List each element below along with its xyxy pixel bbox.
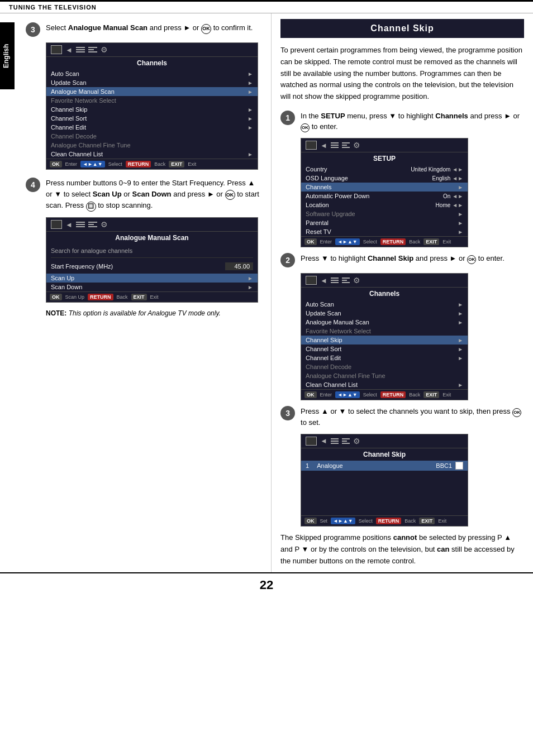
channel-name: BBC1 bbox=[436, 462, 452, 469]
tv-menu-row-scanup: Scan Up► bbox=[46, 274, 258, 283]
tv-menu-row-channeldecode-1: Channel Decode bbox=[46, 132, 258, 141]
tv-menu-row-analoguems-2: Analogue Manual Scan► bbox=[301, 318, 468, 327]
tv-icons-1: ◄ ⚙ bbox=[51, 45, 108, 54]
channel-list-spacer bbox=[301, 471, 468, 515]
footer-ok-setup: OK bbox=[304, 238, 317, 245]
tv-menu-title-csl: Channel Skip bbox=[301, 448, 468, 461]
step-4-circle: 4 bbox=[26, 178, 40, 192]
tv-menu-header-2: ◄ ⚙ bbox=[46, 218, 258, 232]
skipped-note: The Skipped programme positions cannot b… bbox=[280, 532, 524, 567]
note-box: NOTE: This option is available for Analo… bbox=[46, 309, 262, 317]
page-header: TUNING THE TELEVISION bbox=[0, 0, 533, 13]
tv-menu-row-updatescan: Update Scan► bbox=[46, 78, 258, 87]
step-3-circle: 3 bbox=[26, 22, 40, 37]
tv-icon-gear-setup: ⚙ bbox=[353, 141, 360, 150]
tv-menu-row-location: LocationHome◄► bbox=[301, 200, 468, 209]
footer-return-csl: RETURN bbox=[376, 518, 402, 524]
tv-menu-freq-row: Start Frequency (MHz) 45.00 bbox=[46, 261, 258, 271]
tv-menu-row-channelskip-1: Channel Skip► bbox=[46, 105, 258, 114]
tv-menu-row-updatescan-2: Update Scan► bbox=[301, 309, 468, 318]
channel-skip-heading: Channel Skip bbox=[280, 19, 524, 38]
footer-ok-csl: OK bbox=[304, 518, 317, 524]
tv-menu-row-country: CountryUnited Kingdom◄► bbox=[301, 165, 468, 174]
tv-menu-setup: ◄ ⚙ SETUP CountryUnited Kingdom bbox=[301, 138, 468, 247]
footer-exit-setup: EXIT bbox=[423, 238, 439, 245]
tv-icon-speaker-2: ◄ bbox=[65, 221, 73, 229]
tv-menu-row-channelskip-2: Channel Skip► bbox=[301, 336, 468, 344]
page-title: TUNING THE TELEVISION bbox=[9, 4, 97, 11]
main-content: 3 Select Analogue Manual Scan and press … bbox=[0, 13, 533, 572]
footer-exit-ams: EXIT bbox=[131, 294, 147, 300]
tv-menu-freq-value: 45.00 bbox=[225, 262, 253, 270]
tv-menu-row-cleanchannellist-1: Clean Channel List► bbox=[46, 150, 258, 159]
tv-icon-speaker-setup: ◄ bbox=[320, 141, 327, 150]
tv-menu-header-ch2: ◄ ⚙ bbox=[301, 274, 468, 288]
language-sidebar: English bbox=[0, 22, 15, 89]
tv-icon-lines-ch2 bbox=[342, 277, 350, 283]
tv-menu-row-autoscan: Auto Scan► bbox=[46, 69, 258, 78]
tv-icon-screen bbox=[51, 45, 62, 54]
tv-menu-row-parental: Parental► bbox=[301, 218, 468, 227]
tv-menu-title-ams: Analogue Manual Scan bbox=[46, 232, 258, 244]
tv-icon-speaker-ch2: ◄ bbox=[320, 276, 327, 285]
tv-menu-header-1: ◄ ⚙ bbox=[46, 43, 258, 57]
tv-menu-row-favnet-2: Favorite Network Select bbox=[301, 327, 468, 336]
step-4-text: Press number buttons 0~9 to enter the St… bbox=[46, 178, 262, 212]
tv-menu-footer-1: OKEnter ◄►▲▼Select RETURNBack EXITExit bbox=[46, 159, 258, 169]
footer-nav-1: ◄►▲▼ bbox=[80, 161, 105, 168]
page-number: 22 bbox=[0, 572, 533, 597]
tv-menu-row-cleanchannel-2: Clean Channel List► bbox=[301, 380, 468, 389]
tv-icon-lines-2 bbox=[88, 222, 97, 227]
tv-menu-row-resettv: Reset TV► bbox=[301, 227, 468, 236]
tv-icon-gear-1: ⚙ bbox=[101, 45, 108, 54]
tv-menu-footer-ams: OKScan Up RETURNBack EXITExit bbox=[46, 291, 258, 302]
tv-icon-menu bbox=[76, 47, 85, 52]
channel-skip-intro: To prevent certain programmes from being… bbox=[280, 45, 524, 103]
tv-icon-menu-2 bbox=[76, 222, 85, 227]
tv-menu-header-csl: ◄ ⚙ bbox=[301, 434, 468, 448]
tv-menu-row-channels-setup: Channels► bbox=[301, 183, 468, 192]
left-column: 3 Select Analogue Manual Scan and press … bbox=[17, 13, 271, 572]
footer-return-ams: RETURN bbox=[88, 294, 113, 300]
tv-menu-channelskip-list: ◄ ⚙ Channel Skip 1 Anal bbox=[301, 434, 468, 527]
tv-menu-search-label: Search for analogue channels bbox=[46, 244, 258, 257]
footer-nav-ch2: ◄►▲▼ bbox=[335, 391, 360, 398]
tv-menu-row-scandown: Scan Down► bbox=[46, 283, 258, 291]
tv-menu-channel-row: 1 Analogue BBC1 bbox=[301, 461, 468, 471]
tv-icon-gear-ch2: ⚙ bbox=[353, 276, 360, 285]
tv-icon-lines-csl bbox=[342, 438, 350, 444]
step-r3-text: Press ▲ or ▼ to select the channels you … bbox=[301, 406, 524, 428]
tv-icon-lines-setup bbox=[342, 142, 350, 148]
footer-return-setup: RETURN bbox=[380, 238, 406, 245]
footer-ok-1: OK bbox=[50, 161, 62, 168]
tv-menu-analoguemanualscan: ◄ ⚙ Analogue Manual Scan Search for anal bbox=[46, 217, 258, 303]
tv-icon-menu-setup bbox=[331, 142, 339, 148]
footer-return-1: RETURN bbox=[126, 161, 151, 168]
tv-icon-screen-ch2 bbox=[306, 276, 317, 285]
step-r2-text: Press ▼ to highlight Channel Skip and pr… bbox=[301, 253, 524, 264]
footer-return-ch2: RETURN bbox=[380, 391, 406, 398]
tv-menu-title-channels-1: Channels bbox=[46, 57, 258, 69]
channel-skip-checkbox bbox=[455, 462, 463, 470]
tv-menu-row-channeldecode-2: Channel Decode bbox=[301, 362, 468, 371]
step-3-row: 3 Select Analogue Manual Scan and press … bbox=[26, 22, 262, 37]
step-r3-row: 3 Press ▲ or ▼ to select the channels yo… bbox=[280, 406, 524, 428]
tv-icons-csl: ◄ ⚙ bbox=[306, 437, 360, 446]
tv-menu-row-analogueft-2: Analogue Channel Fine Tune bbox=[301, 371, 468, 380]
tv-menu-row-channelsort-2: Channel Sort► bbox=[301, 344, 468, 353]
channel-type: Analogue bbox=[317, 462, 432, 469]
tv-icon-gear-2: ⚙ bbox=[101, 220, 108, 229]
tv-menu-row-osdlang: OSD LanguageEnglish◄► bbox=[301, 174, 468, 183]
footer-nav-csl: ◄►▲▼ bbox=[331, 518, 355, 524]
footer-exit-ch2: EXIT bbox=[423, 391, 439, 398]
tv-menu-row-analoguemanualscan: Analogue Manual Scan► bbox=[46, 87, 258, 96]
tv-menu-divider-ams bbox=[51, 257, 253, 258]
tv-menu-row-channeledit-1: Channel Edit► bbox=[46, 123, 258, 132]
tv-icon-menu-ch2 bbox=[331, 277, 339, 283]
footer-ok-ams: OK bbox=[50, 294, 62, 300]
tv-icon-lines2 bbox=[88, 47, 97, 52]
tv-menu-row-autoscan-2: Auto Scan► bbox=[301, 300, 468, 309]
tv-menu-row-favnetwork: Favorite Network Select bbox=[46, 96, 258, 105]
step-r1-text: In the SETUP menu, press ▼ to highlight … bbox=[301, 111, 524, 133]
tv-icon-screen-csl bbox=[306, 437, 317, 446]
